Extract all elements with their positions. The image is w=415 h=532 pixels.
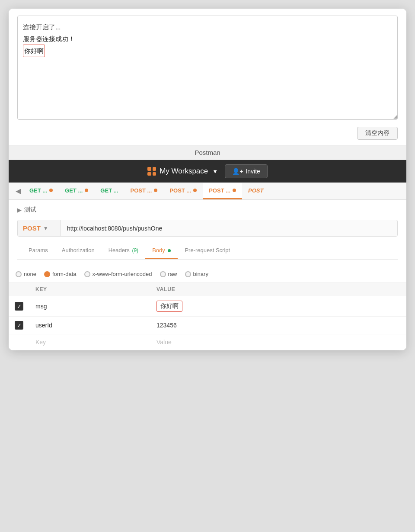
checkbox-checked-icon: ✓	[15, 302, 23, 311]
radio-urlencoded-circle	[84, 271, 90, 277]
radio-raw-circle	[160, 271, 166, 277]
row-key-3[interactable]: Key	[29, 334, 150, 350]
chevron-down-icon: ▼	[43, 225, 48, 231]
radio-none-circle	[16, 271, 22, 277]
row-key-1[interactable]: msg	[29, 296, 150, 317]
body-type-row: none form-data x-www-form-urlencoded raw…	[9, 266, 406, 283]
table-row: ✓ msg 你好啊	[9, 296, 406, 317]
url-bar: POST ▼	[17, 220, 398, 237]
value-highlighted-text: 你好啊	[156, 301, 182, 312]
clear-button[interactable]: 清空内容	[357, 127, 398, 140]
radio-formdata-circle	[44, 271, 50, 277]
kv-table: KEY VALUE ✓ msg 你好啊 ✓ userId 123	[9, 283, 406, 350]
app-window: 连接开启了... 服务器连接成功！ 你好啊 ◢ 清空内容 Postman My …	[9, 9, 406, 350]
tab-post-1[interactable]: POST ...	[124, 183, 164, 199]
table-row: Key Value	[9, 334, 406, 350]
radio-formdata-label: form-data	[52, 271, 77, 277]
radio-none[interactable]: none	[16, 271, 36, 277]
ws-output-area: 连接开启了... 服务器连接成功！ 你好啊 ◢	[17, 16, 398, 120]
method-label: GET ...	[65, 187, 83, 194]
ws-highlighted-text: 你好啊	[23, 45, 45, 57]
method-label: POST ...	[131, 187, 152, 194]
tab-body-label: Body	[152, 247, 165, 253]
radio-binary[interactable]: binary	[185, 271, 208, 277]
radio-urlencoded[interactable]: x-www-form-urlencoded	[84, 271, 152, 277]
col-key-header: KEY	[29, 283, 150, 296]
method-value: POST	[23, 224, 41, 232]
radio-none-label: none	[24, 271, 36, 277]
grid-icon	[147, 167, 156, 176]
key-placeholder: Key	[35, 339, 46, 346]
url-input[interactable]	[61, 221, 397, 236]
chevron-down-icon[interactable]: ▼	[212, 168, 218, 175]
method-select[interactable]: POST ▼	[18, 220, 61, 236]
ws-footer: 清空内容	[17, 124, 398, 145]
radio-urlencoded-label: x-www-form-urlencoded	[93, 271, 152, 277]
table-row: ✓ userId 123456	[9, 317, 406, 334]
request-subtabs: Params Authorization Headers (9) Body Pr…	[17, 243, 398, 260]
tab-authorization[interactable]: Authorization	[55, 243, 102, 259]
tab-post-3[interactable]: POST ...	[203, 183, 242, 199]
breadcrumb-arrow-icon[interactable]: ▶	[17, 207, 22, 213]
invite-label: Invite	[246, 168, 260, 175]
radio-raw-label: raw	[168, 271, 177, 277]
row-key-2[interactable]: userId	[29, 317, 150, 334]
col-value-header: VALUE	[150, 283, 406, 296]
dot-indicator	[193, 189, 197, 192]
tab-body[interactable]: Body	[145, 243, 178, 259]
tab-post-4[interactable]: POST	[242, 183, 269, 199]
row-value-1[interactable]: 你好啊	[150, 296, 406, 317]
resize-handle: ◢	[391, 113, 397, 119]
method-label: GET ...	[100, 187, 118, 194]
postman-title: Postman	[195, 149, 220, 156]
method-label: GET ...	[29, 187, 47, 194]
request-tabs-bar: ◀ GET ... GET ... GET ... POST ... POST …	[9, 183, 406, 200]
value-placeholder: Value	[156, 339, 172, 346]
tab-headers[interactable]: Headers (9)	[102, 243, 145, 259]
checkbox-checked-icon: ✓	[15, 321, 23, 330]
tab-headers-label: Headers	[109, 247, 130, 253]
method-label: POST ...	[169, 187, 191, 194]
tab-prerequest-label: Pre-request Script	[185, 247, 230, 253]
row-check-2[interactable]: ✓	[9, 317, 29, 334]
radio-raw[interactable]: raw	[160, 271, 177, 277]
ws-line3: 你好啊	[23, 45, 392, 57]
postman-title-bar: Postman	[9, 145, 406, 160]
row-value-3[interactable]: Value	[150, 334, 406, 350]
breadcrumb: ▶ 测试	[17, 206, 398, 214]
col-check	[9, 283, 29, 296]
tab-params[interactable]: Params	[22, 243, 55, 259]
ws-line1: 连接开启了...	[23, 21, 392, 33]
dot-indicator	[233, 189, 236, 192]
dot-indicator	[49, 189, 53, 192]
tab-authorization-label: Authorization	[62, 247, 95, 253]
row-check-3[interactable]	[9, 334, 29, 350]
radio-binary-circle	[185, 271, 191, 277]
tab-params-label: Params	[29, 247, 48, 253]
ws-panel: 连接开启了... 服务器连接成功！ 你好啊 ◢ 清空内容	[9, 9, 406, 145]
dot-indicator	[154, 189, 157, 192]
tab-get-1[interactable]: GET ...	[23, 183, 59, 199]
tab-post-2[interactable]: POST ...	[163, 183, 203, 199]
tab-get-2[interactable]: GET ...	[59, 183, 94, 199]
radio-formdata[interactable]: form-data	[44, 271, 77, 277]
workspace-label: My Workspace	[160, 167, 208, 176]
workspace-bar: My Workspace ▼ 👤+ Invite	[9, 160, 406, 183]
row-check-1[interactable]: ✓	[9, 296, 29, 317]
invite-button[interactable]: 👤+ Invite	[225, 164, 268, 178]
invite-user-icon: 👤+	[232, 168, 243, 175]
tab-prerequest[interactable]: Pre-request Script	[178, 243, 237, 259]
breadcrumb-label: 测试	[24, 206, 36, 214]
dot-indicator	[85, 189, 88, 192]
method-label: POST	[248, 187, 263, 194]
workspace-logo[interactable]: My Workspace ▼	[147, 167, 218, 176]
row-value-2[interactable]: 123456	[150, 317, 406, 334]
request-section: ▶ 测试 POST ▼ Params Authorization Headers…	[9, 200, 406, 266]
radio-binary-label: binary	[193, 271, 208, 277]
headers-badge: (9)	[132, 247, 138, 253]
tab-arrow-left[interactable]: ◀	[13, 183, 23, 199]
body-active-dot	[168, 249, 171, 252]
method-label: POST ...	[209, 187, 230, 194]
tab-get-3[interactable]: GET ...	[94, 183, 124, 199]
ws-line2: 服务器连接成功！	[23, 33, 392, 45]
